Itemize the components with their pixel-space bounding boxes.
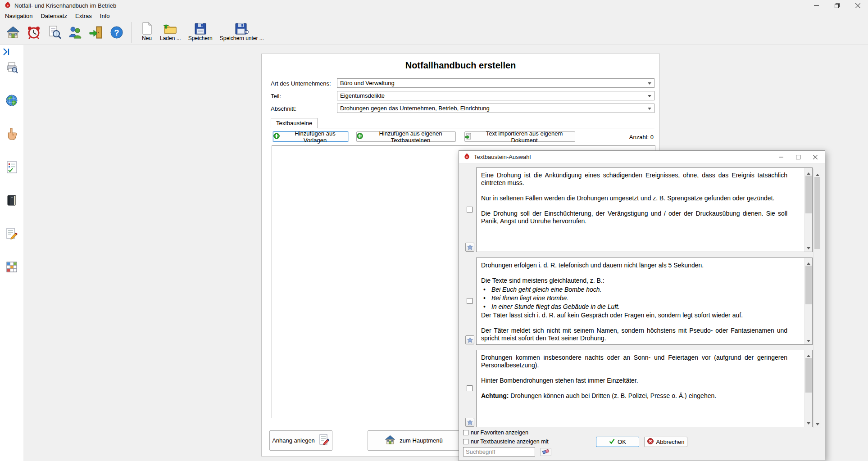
new-document-icon (141, 21, 153, 35)
cancel-button[interactable]: Abbrechen (644, 437, 687, 447)
menu-info[interactable]: Info (96, 12, 114, 20)
textblock-text: Drohungen erfolgen i. d. R. telefonisch … (481, 262, 787, 343)
scrollbar-up-arrow[interactable] (805, 168, 812, 176)
favorite-star-button[interactable] (465, 335, 474, 344)
textblock-scrollbar[interactable] (804, 258, 812, 344)
textblock-text: Drohungen kommen insbesondere nachts ode… (481, 354, 787, 425)
menu-datensatz[interactable]: Datensatz (36, 12, 71, 20)
globe-icon[interactable] (5, 94, 18, 107)
textblock-item-list: Eine Drohung ist die Ankündigung eines s… (463, 167, 813, 427)
dialog-scrollbar[interactable] (813, 169, 821, 428)
exit-icon[interactable] (87, 23, 105, 42)
cancel-icon (647, 438, 654, 446)
textblock-paragraph: Die Drohung soll der Einschüchterung, de… (481, 210, 787, 225)
window-title: Notfall- und Krisenhandbuch im Betrieb (14, 2, 116, 9)
create-attachment-button[interactable]: Anhang anlegen (269, 430, 332, 451)
users-icon[interactable] (67, 23, 84, 42)
home-icon[interactable] (5, 23, 22, 42)
section-value: Drohungen gegen das Unternehmen, Betrieb… (340, 105, 490, 112)
textblock-checkbox[interactable] (467, 207, 473, 212)
textblock-textarea[interactable]: Drohungen erfolgen i. d. R. telefonisch … (476, 258, 813, 345)
company-type-label: Art des Unternehmens: (271, 80, 331, 87)
textblock-checkbox[interactable] (467, 385, 473, 391)
textblock-scrollbar[interactable] (804, 168, 812, 252)
textblock-textarea[interactable]: Eine Drohung ist die Ankündigung eines s… (476, 167, 813, 252)
save-as-button[interactable]: Speichern unter ... (216, 21, 268, 44)
book-icon[interactable] (5, 194, 18, 207)
close-button[interactable] (847, 0, 868, 11)
to-main-menu-button[interactable]: zum Hauptmenü (368, 430, 460, 451)
minimize-button[interactable] (806, 0, 827, 11)
scrollbar-up-arrow[interactable] (814, 169, 821, 177)
add-from-templates-label: Hinzufügen aus Vorlagen (282, 130, 348, 144)
tab-textbausteine[interactable]: Textbausteine (271, 118, 318, 128)
scrollbar-down-arrow[interactable] (814, 420, 821, 428)
checklist-document-icon[interactable] (5, 161, 18, 173)
scrollbar-thumb[interactable] (814, 177, 820, 249)
create-attachment-label: Anhang anlegen (272, 437, 315, 444)
dialog-titlebar[interactable]: Textbaustein-Auswahl (459, 151, 825, 163)
favorite-star-button[interactable] (465, 243, 474, 252)
scrollbar-down-arrow[interactable] (805, 337, 812, 344)
part-dropdown[interactable]: Eigentumsdelikte (337, 91, 654, 100)
favorites-only-checkbox[interactable] (463, 430, 468, 435)
favorites-filter-row: nur Favoriten anzeigen (463, 429, 528, 436)
textblock-paragraph: Die Texte sind meistens gleichlautend, z… (481, 277, 787, 285)
add-from-own-blocks-button[interactable]: Hinzufügen aus eigenen Textbausteinen (356, 131, 456, 142)
restore-button[interactable] (827, 0, 847, 11)
app-icon (4, 1, 11, 10)
textblock-paragraph: Nur in seltenen Fällen werden die Drohun… (481, 194, 787, 202)
textblock-checkbox[interactable] (467, 298, 473, 304)
alarm-clock-icon[interactable] (25, 23, 42, 42)
scrollbar-thumb[interactable] (805, 358, 812, 393)
scrollbar-thumb[interactable] (805, 176, 812, 213)
section-dropdown[interactable]: Drohungen gegen das Unternehmen, Betrieb… (337, 104, 654, 113)
scrollbar-up-arrow[interactable] (805, 350, 812, 358)
text-filter-checkbox[interactable] (463, 439, 468, 444)
search-preview-icon[interactable] (46, 23, 63, 42)
hand-pointer-icon[interactable] (5, 127, 18, 140)
textblock-paragraph: Der Täter lässt sich i. d. R. auf kein G… (481, 312, 787, 319)
new-button[interactable]: Neu (137, 21, 156, 44)
company-type-dropdown[interactable]: Büro und Verwaltung (337, 78, 654, 88)
dialog-minimize-button[interactable] (773, 151, 790, 163)
import-document-icon (465, 133, 471, 141)
textblock-paragraph: Eine Drohung ist die Ankündigung eines s… (481, 172, 787, 187)
toolbar-separator (132, 22, 132, 43)
scrollbar-down-arrow[interactable] (805, 244, 812, 252)
dialog-footer: nur Favoriten anzeigen nur Textbausteine… (459, 428, 825, 461)
menu-navigation[interactable]: Navigation (1, 12, 36, 20)
save-button[interactable]: Speichern (185, 21, 216, 44)
load-button[interactable]: Laden ... (156, 21, 185, 44)
collapse-sidebar-icon[interactable] (2, 47, 13, 57)
main-window-titlebar[interactable]: Notfall- und Krisenhandbuch im Betrieb (0, 0, 868, 11)
textblock-textarea[interactable]: Drohungen kommen insbesondere nachts ode… (476, 350, 813, 427)
part-value: Eigentumsdelikte (340, 92, 385, 99)
textblock-item: Drohungen kommen insbesondere nachts ode… (463, 350, 813, 427)
scrollbar-down-arrow[interactable] (805, 419, 812, 427)
textblock-item-controls (463, 258, 476, 345)
table-grid-icon[interactable] (5, 261, 18, 273)
clear-search-button[interactable] (540, 448, 551, 456)
add-from-templates-button[interactable]: Hinzufügen aus Vorlagen (273, 131, 348, 142)
help-icon[interactable]: ? (108, 23, 125, 42)
to-main-menu-label: zum Hauptmenü (400, 437, 442, 444)
textblock-selection-dialog: Textbaustein-Auswahl Eine Drohung ist di… (459, 150, 825, 461)
textblock-paragraph: Der Täter meldet sich nicht mit seinem N… (481, 327, 787, 342)
ok-button[interactable]: OK (596, 437, 639, 447)
import-text-button[interactable]: Text importieren aus eigenem Dokument (464, 131, 575, 142)
edit-document-icon[interactable] (5, 227, 18, 240)
scrollbar-up-arrow[interactable] (805, 258, 812, 266)
dialog-close-button[interactable] (807, 151, 824, 163)
textblock-paragraph: Drohungen kommen insbesondere nachts ode… (481, 354, 787, 369)
dialog-maximize-button[interactable] (790, 151, 807, 163)
textblock-text: Eine Drohung ist die Ankündigung eines s… (481, 172, 787, 250)
print-preview-icon[interactable] (5, 61, 18, 73)
textblock-scrollbar[interactable] (804, 350, 812, 427)
favorite-star-button[interactable] (465, 418, 474, 427)
scrollbar-thumb[interactable] (805, 266, 812, 304)
search-input[interactable] (463, 447, 535, 456)
import-text-label: Text importieren aus eigenem Dokument (474, 130, 575, 144)
menu-extras[interactable]: Extras (71, 12, 96, 20)
save-icon (195, 21, 206, 35)
